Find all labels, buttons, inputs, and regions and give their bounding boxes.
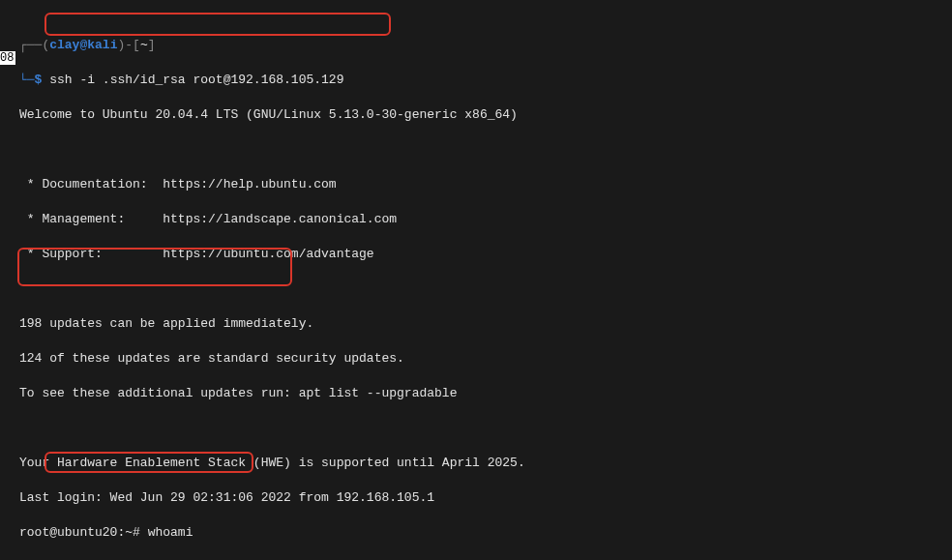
motd-upd1: 198 updates can be applied immediately. [19,315,933,333]
ssh-command: ssh -i .ssh/id_rsa root@192.168.105.129 [49,73,343,87]
kali-prompt-top: ┌──(clay@kali)-[~] [19,37,933,54]
motd-mgmt: * Management: https://landscape.canonica… [19,211,933,228]
motd-doc: * Documentation: https://help.ubuntu.com [19,176,933,193]
motd-hwe: Your Hardware Enablement Stack (HWE) is … [19,455,933,472]
side-label: 08 [0,51,15,65]
motd-upd3: To see these additional updates run: apt… [19,385,933,402]
motd-last-login: Last login: Wed Jun 29 02:31:06 2022 fro… [19,489,933,507]
terminal-window[interactable]: ┌──(clay@kali)-[~] └─$ ssh -i .ssh/id_rs… [0,0,952,560]
whoami-line[interactable]: root@ubuntu20:~# whoami [19,524,933,542]
motd-supp: * Support: https://ubuntu.com/advantage [19,246,933,263]
motd-upd2: 124 of these updates are standard securi… [19,350,933,368]
kali-command-line[interactable]: └─$ ssh -i .ssh/id_rsa root@192.168.105.… [19,72,933,89]
motd-welcome: Welcome to Ubuntu 20.04.4 LTS (GNU/Linux… [19,106,933,124]
whoami-cmd: whoami [148,525,193,540]
